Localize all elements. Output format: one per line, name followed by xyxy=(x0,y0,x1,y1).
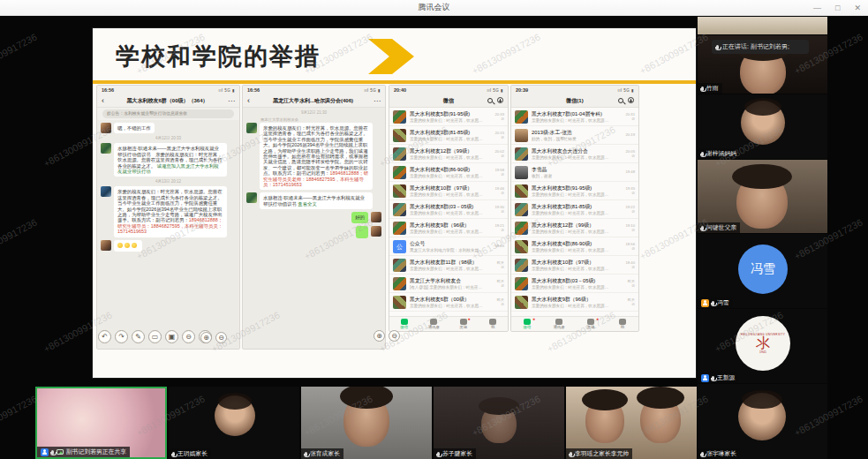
video-tile-fengxue[interactable]: 冯雪 冯雪 xyxy=(698,234,827,308)
annotation-tool-button[interactable]: ↶ xyxy=(98,330,111,343)
mic-icon xyxy=(51,450,54,455)
participant-face xyxy=(343,394,389,447)
maximize-button[interactable]: □ xyxy=(835,0,840,16)
chat-list-item: 黑大水利校友10群（97级） 亲爱的校友朋友们：时光荏苒，饮水思源… 18:40… xyxy=(511,256,638,275)
chat-list-item: 黑大水利校友6群（00级） 亲爱的校友朋友们：时光荏苒，饮水思源… 昨天 ⊘ xyxy=(389,293,508,312)
chat-time: 20:19 xyxy=(626,132,635,137)
status-time: 20:39 xyxy=(516,87,528,93)
chat-name: 黑大水利校友12群（99级） xyxy=(410,147,483,155)
chat-name: 黑大水利校友会大连分会 xyxy=(532,147,614,155)
message-bubble: 水脉相连·职通未来——黑龙江大学水利校友就业帮扶行动倡议书 亲爱的校友朋友们：时… xyxy=(114,143,227,177)
wechat-tab-icon xyxy=(587,319,594,325)
mute-icon: ⊘ xyxy=(501,154,504,158)
mute-icon: ⊘ xyxy=(631,229,635,232)
participant-face xyxy=(640,395,681,443)
speaking-banner-text: 正在讲话: 副书记刘若男; xyxy=(722,42,789,51)
chat-list-item: 公 公众号 黑龙江大学水利电力学院：水利校友就业帮扶… 18:05 xyxy=(389,237,508,256)
participant-name-label: 李羽瑶之家长李元帅 xyxy=(575,449,629,458)
chat-name: 黑大水利校友12群（99级） xyxy=(532,222,614,230)
chat-snippet: 亲爱的校友朋友们：时光荏苒，饮水思源… xyxy=(410,304,483,308)
annotation-tool-button[interactable]: ⊖ xyxy=(389,330,400,342)
chat-list-item: 黑大水利校友3群(81-85级) 亲爱的校友朋友们：时光荏苒，饮水思源… 20:… xyxy=(389,126,508,145)
more-icon: ⋯ xyxy=(370,97,381,105)
close-button[interactable]: ✕ xyxy=(854,0,861,16)
status-time: 16:56 xyxy=(102,87,114,93)
mute-icon: ⊘ xyxy=(501,284,504,288)
message-bubble: 亲爱的校友朋友们：时光荏苒，饮水思源。您曾在这里挥洒青春，现已成长为各行各业的栋… xyxy=(260,123,373,190)
phone-screenshot-group-chat-1: 16:56 ııl 5G ▮ ‹ 黑大水利校友6群（00级）（364） ⋯ 群公… xyxy=(96,85,240,350)
avatar: 冯雪 xyxy=(738,245,788,294)
annotation-tool-button[interactable]: ⊕ xyxy=(200,332,212,343)
wechat-tab: 我 xyxy=(607,319,638,329)
participant-name-label: 张育成家长 xyxy=(310,449,340,458)
video-tile-zhangyucheng-jiazhang[interactable]: 张育成家长 xyxy=(301,387,432,459)
chat-name: 黑龙江大学水利校友会 xyxy=(410,277,483,285)
wechat-tab-icon xyxy=(430,319,437,325)
chat-avatar xyxy=(515,277,528,290)
video-tile-yanjianshi-fuqin[interactable]: 闫键世父亲 xyxy=(698,160,827,233)
smiley-emoji-icon xyxy=(117,243,123,248)
wechat-tab-label: 微信 xyxy=(400,325,408,329)
mute-icon: ⊘ xyxy=(631,284,635,288)
chat-avatar xyxy=(393,129,406,142)
chat-list-item: 黑大水利校友12群（99级） 亲爱的校友朋友们：时光荏苒，饮水思源… 20:02… xyxy=(389,145,508,163)
chat-list-item: 黑大水利校友7群(01-04届专科) 亲爱的校友朋友们：时光荏苒，饮水思源… 2… xyxy=(511,108,638,126)
more-icon: ⋯ xyxy=(224,97,235,105)
annotation-tool-button[interactable]: ⊖ xyxy=(215,332,227,343)
chat-name: 公众号 xyxy=(410,240,483,248)
mic-icon xyxy=(701,152,704,156)
chat-avatar xyxy=(515,110,528,124)
video-tile-partial[interactable] xyxy=(698,17,827,34)
add-icon xyxy=(497,97,503,103)
participant-name-label: 王新源 xyxy=(717,373,735,382)
minimize-button[interactable]: — xyxy=(813,0,821,16)
chat-name: 黑大水利校友10群（97级） xyxy=(532,259,614,267)
chat-avatar xyxy=(515,129,528,142)
chat-avatar xyxy=(393,166,406,179)
wechat-tab-label: 我 xyxy=(491,325,494,329)
window-title: 腾讯会议 xyxy=(419,2,450,13)
chat-list-item: 黑大水利校友5群(91-95级) 亲爱的校友朋友们：时光荏苒，饮水思源… 19:… xyxy=(511,182,638,200)
mic-icon xyxy=(701,87,704,91)
chat-timestamp: 4月12日 20:33 xyxy=(101,136,236,140)
phone-screenshot-wechat-list-1: 20:40 ııl 5G ▮ 微信 黑大水利校友5群(91-95级) 亲爱的校友… xyxy=(389,85,509,332)
video-tile-liyuyao-jiazhang[interactable]: 李羽瑶之家长李元帅 xyxy=(566,387,697,459)
chat-snippet: 亲爱的校友朋友们：时光荏苒，饮水思源… xyxy=(532,118,614,123)
annotation-tool-button[interactable]: ▣ xyxy=(165,330,178,343)
video-tile-wangyueyan-jiazhang[interactable]: 王玥嫣家长 xyxy=(169,387,299,459)
chat-avatar xyxy=(393,277,406,290)
annotation-tool-button[interactable]: ▭ xyxy=(148,330,162,343)
chat-message xyxy=(246,226,381,238)
video-tile-xiezihan-mama[interactable]: 谢梓涵妈妈 xyxy=(698,94,827,159)
wechat-tab: ● 微信 xyxy=(511,319,543,329)
status-icons: ııl 5G ▮ xyxy=(365,88,381,93)
status-icons: ııl 5G ▮ xyxy=(487,88,503,93)
slide-title: 学校和学院的举措 xyxy=(116,41,321,72)
chat-list-item: 黑大水利校友4群(86-90级) 亲爱的校友朋友们：时光荏苒，饮水思源… 19:… xyxy=(389,163,508,182)
chat-snippet: 亲爱的校友朋友们：时光荏苒，饮水思源… xyxy=(532,230,614,234)
wechat-tab-icon xyxy=(401,319,408,325)
video-tile-liuruonan-sharing[interactable]: 副书记刘若男正在共享 xyxy=(35,387,167,459)
annotation-tool-button[interactable]: ↷ xyxy=(115,330,128,343)
chat-avatar xyxy=(515,166,528,179)
chat-avatar xyxy=(393,110,406,124)
video-tile-wangxinyuan[interactable]: HEILONGJIANG UNIVERSITY 氺 1941 王新源 xyxy=(698,309,827,383)
annotation-tool-button[interactable]: ⊖ xyxy=(182,330,195,343)
avatar xyxy=(741,101,785,145)
chat-snippet: 亲爱的校友朋友们：时光荏苒，饮水思源… xyxy=(532,211,614,215)
wechat-tab-label: 发现 xyxy=(587,325,595,329)
mute-icon: ⊘ xyxy=(631,247,635,251)
annotation-tool-button[interactable]: ✎ xyxy=(132,330,145,343)
chat-snippet: 亲爱的校友朋友们：时光荏苒，饮水思源… xyxy=(532,155,614,160)
annotation-tool-button[interactable]: ⊕ xyxy=(374,330,385,342)
phone-screenshot-wechat-list-2: 20:39 ııl 5G ▮ 微信(1) 黑大水利校友7群(01-04届专科) … xyxy=(510,85,639,332)
chat-avatar xyxy=(515,203,528,216)
message-bubble: 亲爱的校友朋友们：时光荏苒，饮水思源。您曾在这里挥洒青春，现已成长为各行各业的栋… xyxy=(114,186,227,237)
video-tile-zhangyulin-jiazhang[interactable]: 张宇琳家长 xyxy=(698,384,827,459)
chat-message: 水脉相连·职通未来——黑龙江大学水利校友就业帮扶行动倡议书 亲爱的校友朋友们：时… xyxy=(101,143,236,177)
chat-snippet: 亲爱的校友朋友们：时光荏苒，饮水思源… xyxy=(410,211,483,215)
chat-avatar xyxy=(393,222,406,235)
chat-snippet: 亲爱的校友朋友们：时光荏苒，饮水思源… xyxy=(532,285,614,290)
mute-icon: ⊘ xyxy=(631,117,635,121)
video-tile-suzijian-jiazhang[interactable]: 苏子腱家长 xyxy=(434,387,564,459)
